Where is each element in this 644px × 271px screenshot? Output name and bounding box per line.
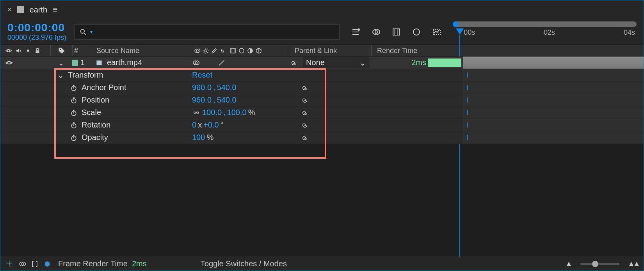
ruler-tick: 00s (464, 28, 475, 39)
track-area[interactable]: I (463, 94, 644, 106)
rotation-row[interactable]: Rotation 0x+0.0° I (0, 119, 644, 131)
toggle-switches-modes-button[interactable]: Toggle Switches / Modes (201, 259, 287, 268)
svg-line-31 (219, 60, 224, 65)
anchor-x[interactable]: 960.0 (192, 83, 212, 92)
timeline-search[interactable]: ▾ (74, 24, 340, 40)
pickwhip-icon[interactable] (301, 108, 309, 117)
layer-index: 1 (80, 58, 85, 67)
timeline-header: 0:00:00:00 00000 (23.976 fps) ▾ 00s 02s … (0, 19, 644, 45)
status-bar: Frame Render Time 2ms Toggle Switches / … (0, 257, 644, 271)
stopwatch-icon[interactable] (70, 84, 78, 92)
collapse-icon[interactable] (202, 47, 209, 54)
shy-switch-icon[interactable] (192, 59, 200, 67)
layer-duration-bar[interactable] (463, 57, 644, 69)
graph-editor-icon[interactable] (432, 27, 442, 37)
source-name-header[interactable]: Source Name (93, 47, 191, 55)
shy-switch-icon[interactable] (194, 47, 201, 54)
quality-icon[interactable] (218, 59, 226, 67)
stopwatch-icon[interactable] (70, 121, 78, 129)
3d-icon[interactable] (255, 47, 262, 54)
toggle-switches-icon[interactable] (6, 260, 14, 268)
brackets-icon[interactable] (31, 260, 39, 268)
anchor-y[interactable]: 540.0 (217, 83, 237, 92)
render-queue-icon[interactable] (43, 260, 51, 268)
footage-icon (95, 59, 103, 67)
comp-flowchart-icon[interactable] (350, 27, 361, 37)
timeline-ruler[interactable]: 00s 02s 04s (453, 19, 637, 44)
pickwhip-icon[interactable] (301, 96, 309, 105)
comp-tab-name[interactable]: earth (30, 5, 48, 14)
layer-twirl[interactable]: ⌄ (50, 58, 72, 67)
track-area[interactable]: I (463, 81, 644, 94)
prop-label: Scale (82, 108, 101, 117)
zoom-in-icon[interactable]: ▲▲ (627, 259, 638, 268)
position-y[interactable]: 540.0 (217, 96, 237, 105)
opacity-value[interactable]: 100 (192, 133, 205, 142)
stopwatch-icon[interactable] (70, 96, 78, 104)
svg-rect-33 (9, 264, 12, 266)
search-icon (79, 28, 87, 36)
pickwhip-icon[interactable] (301, 83, 309, 92)
shy-icon[interactable] (371, 27, 381, 37)
layer-color-swatch[interactable] (72, 60, 78, 66)
pickwhip-icon[interactable] (301, 121, 309, 129)
opacity-row[interactable]: Opacity 100% I (0, 131, 644, 144)
position-x[interactable]: 960.0 (192, 96, 212, 105)
frame-blend-switch-icon[interactable] (229, 47, 237, 54)
keyframe-cursor-icon: I (466, 71, 468, 79)
transform-twirl[interactable]: ⌄ (57, 71, 64, 80)
panel-menu-button[interactable]: ≡ (53, 5, 58, 15)
svg-point-34 (44, 261, 50, 266)
frame-blend-icon[interactable] (391, 27, 401, 37)
track-area[interactable]: I (463, 69, 644, 81)
frame-render-time: Frame Render Time 2ms (58, 259, 147, 268)
layer-render-time: 2ms (411, 58, 426, 67)
layer-row[interactable]: ⌄ 1 earth.mp4 None ⌄ 2ms (0, 57, 644, 69)
zoom-out-icon[interactable]: ▲ (565, 259, 573, 268)
constrain-link-icon[interactable] (192, 110, 201, 116)
pickwhip-icon[interactable] (301, 133, 309, 142)
prop-label: Anchor Point (82, 83, 126, 92)
svg-rect-30 (96, 60, 101, 65)
position-row[interactable]: Position 960.0,540.0 I (0, 94, 644, 106)
motion-blur-icon[interactable] (411, 27, 422, 37)
track-area[interactable]: I (463, 131, 644, 143)
playhead-icon[interactable] (456, 28, 464, 35)
transform-reset[interactable]: Reset (192, 71, 212, 80)
timeline-zoom[interactable]: ▲ ▲▲ (565, 259, 638, 268)
layer-name[interactable]: earth.mp4 (107, 58, 142, 67)
scale-x[interactable]: 100.0 (202, 108, 222, 117)
lock-icon[interactable] (34, 47, 41, 54)
eye-icon[interactable] (5, 59, 13, 67)
parent-dropdown[interactable]: None ⌄ (303, 57, 369, 68)
track-area[interactable]: I (463, 119, 644, 131)
fx-icon[interactable] (219, 47, 228, 54)
transform-group-row[interactable]: ⌄Transform Reset I (0, 69, 644, 81)
close-tab-button[interactable]: × (7, 6, 12, 14)
stopwatch-icon[interactable] (70, 134, 78, 142)
stopwatch-icon[interactable] (70, 109, 78, 117)
scale-row[interactable]: Scale 100.0,100.0% I (0, 106, 644, 119)
adjustment-icon[interactable] (247, 47, 254, 54)
speaker-icon[interactable] (15, 47, 22, 54)
scale-unit: % (248, 108, 255, 117)
ruler-scrollbar[interactable] (453, 21, 637, 27)
current-timecode[interactable]: 0:00:00:00 (7, 22, 66, 34)
anchor-point-row[interactable]: Anchor Point 960.0,540.0 I (0, 81, 644, 94)
panel-tab-bar: × earth ≡ (0, 0, 644, 19)
motion-blur-switch-icon[interactable] (238, 47, 245, 54)
label-column-header[interactable] (51, 47, 72, 55)
eye-icon[interactable] (5, 47, 12, 54)
toggle-modes-icon[interactable] (18, 260, 26, 268)
zoom-slider[interactable] (580, 263, 619, 265)
pickwhip-icon[interactable] (290, 58, 298, 67)
search-dropdown-caret[interactable]: ▾ (90, 29, 93, 35)
track-area[interactable]: I (463, 106, 644, 119)
quality-icon[interactable] (211, 47, 218, 54)
rotation-degrees[interactable]: +0.0 (203, 120, 219, 129)
timecode-block[interactable]: 0:00:00:00 00000 (23.976 fps) (7, 22, 66, 42)
scale-y[interactable]: 100.0 (227, 108, 247, 117)
rotation-turns[interactable]: 0 (192, 120, 196, 129)
solo-icon[interactable] (25, 48, 31, 53)
av-column-header (0, 47, 50, 54)
